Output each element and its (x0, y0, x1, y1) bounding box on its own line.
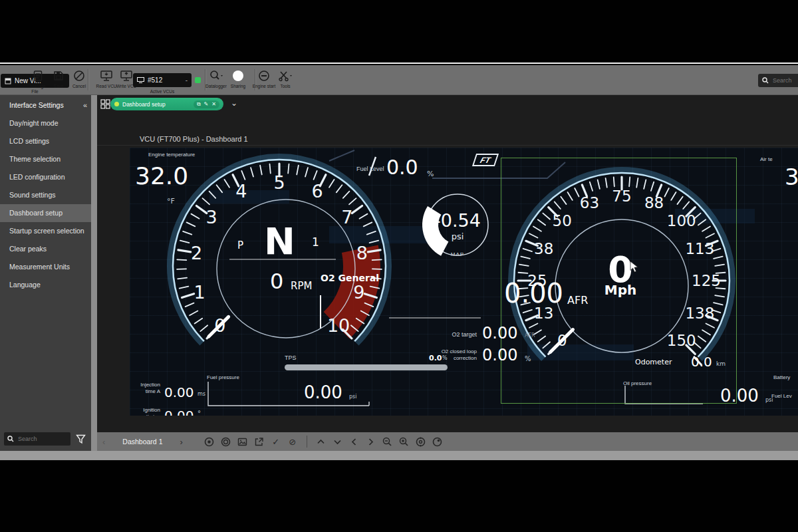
svg-text:9: 9 (353, 282, 364, 303)
vcu-status-dot (195, 77, 201, 83)
oil-pressure-value: 0.00 (720, 386, 759, 406)
rpm-value: 0 (270, 269, 283, 294)
sidebar-item-language[interactable]: Language (0, 276, 91, 294)
ignition-timing-value: 0.00 (164, 408, 194, 416)
zoom-out-icon[interactable] (382, 436, 393, 447)
monitor-upload-icon (120, 70, 133, 82)
map-unit: psi (428, 231, 487, 241)
ignition-timing-label: Ignition timing (131, 407, 160, 416)
dropdown-caret-icon: - (186, 76, 188, 84)
cancel-label: Cancel (72, 84, 86, 88)
zoom-in-icon[interactable] (399, 436, 410, 447)
sidebar-item-day-night-mode[interactable]: Day/night mode (0, 114, 91, 132)
tools-button[interactable]: Tools (271, 70, 300, 88)
tab-popout-icon[interactable]: ⧉ (197, 101, 201, 108)
tools-icon (278, 70, 293, 82)
sidebar-item-sound-settings[interactable]: Sound settings (0, 186, 91, 204)
tps-bar (285, 364, 448, 370)
odometer-unit: km (716, 360, 726, 367)
top-toolbar: New Vi... File Manage Save Cancel (0, 65, 798, 95)
engine-temp-value: 32.0 (135, 162, 188, 190)
snapshot-icon[interactable] (432, 436, 443, 447)
sidebar-header-title: Interface Settings (9, 101, 64, 109)
dashboard-preview[interactable]: 0123456789100132538506375881001131251381… (130, 148, 798, 416)
search-icon (7, 436, 14, 442)
settings-target-icon[interactable] (416, 436, 426, 447)
collapse-sidebar-icon[interactable]: « (83, 101, 86, 109)
fuel-pressure-label: Fuel pressure (207, 374, 239, 380)
sidebar-search-input[interactable] (17, 435, 63, 443)
content-divider (97, 145, 798, 146)
tab-close-icon[interactable]: ✕ (211, 101, 216, 107)
datalogger-icon (209, 70, 223, 82)
tab-edit-icon[interactable]: ✎ (204, 101, 209, 107)
sidebar-item-measurement-units[interactable]: Measurement Units (0, 258, 91, 276)
toolbar-search[interactable] (758, 74, 798, 87)
sidebar-scrollbar[interactable] (91, 95, 97, 451)
save-icon (53, 70, 65, 82)
cancel-button[interactable]: Cancel (65, 70, 94, 88)
record-icon[interactable] (204, 436, 215, 447)
discard-icon[interactable]: ⊘ (287, 436, 298, 447)
mouse-cursor (630, 261, 639, 273)
map-label: MAP (428, 251, 487, 257)
sharing-label: Sharing (231, 84, 245, 88)
svg-text:4: 4 (235, 181, 247, 201)
target-icon[interactable] (221, 436, 231, 447)
move-right-icon[interactable] (366, 436, 376, 447)
odometer-label: Odometer (635, 358, 672, 366)
tps-unit: % (442, 355, 448, 361)
active-vcus-dropdown[interactable]: #512 - (133, 73, 192, 87)
engine-temp-unit: °F (167, 197, 175, 205)
tps-value: 0.0 (429, 354, 442, 362)
svg-text:3: 3 (205, 207, 217, 227)
cancel-icon (73, 70, 85, 82)
document-icon (32, 70, 44, 82)
prev-dashboard-icon[interactable]: ‹ (102, 437, 105, 447)
filter-funnel-icon[interactable] (76, 434, 86, 444)
gear-indicator: N (264, 219, 295, 263)
tab-list-chevron-icon[interactable]: ⌄ (231, 98, 237, 108)
tps-label: TPS (285, 354, 297, 361)
ignition-timing-unit: ° (198, 410, 201, 416)
move-left-icon[interactable] (349, 436, 360, 447)
fuel-pressure-value: 0.00 (304, 382, 342, 402)
sidebar-item-lcd-settings[interactable]: LCD settings (0, 132, 91, 150)
sharing-button[interactable]: Sharing (223, 70, 253, 88)
battery-label: Battery (773, 374, 790, 380)
fuel-level-value: 0.0 (386, 156, 418, 179)
sidebar-item-startup-screen-selection[interactable]: Startup screen selection (0, 222, 91, 240)
monitor-icon (137, 77, 144, 83)
toolbar-search-input[interactable] (771, 76, 798, 84)
image-icon[interactable] (237, 436, 248, 447)
sidebar-item-dashboard-setup[interactable]: Dashboard setup (0, 204, 91, 222)
sidebar-search[interactable] (4, 432, 70, 446)
svg-text:7: 7 (341, 207, 352, 227)
gear-one: 1 (312, 235, 319, 249)
svg-text:5: 5 (273, 172, 285, 193)
next-dashboard-icon[interactable]: › (180, 437, 182, 447)
o2-target-label: O2 target (425, 331, 477, 338)
sidebar-item-clear-peaks[interactable]: Clear peaks (0, 240, 91, 258)
sidebar-item-theme-selection[interactable]: Theme selection (0, 150, 91, 168)
svg-text:6: 6 (312, 181, 323, 201)
move-up-icon[interactable] (316, 436, 327, 447)
tab-dashboard-setup[interactable]: Dashboard setup ⧉ ✎ ✕ (110, 98, 223, 110)
dashboard-grid-icon[interactable] (100, 99, 110, 109)
export-icon[interactable] (254, 436, 265, 447)
injection-time-value: 0.00 (164, 384, 194, 400)
search-icon (762, 77, 769, 84)
dashboard-nav-label: Dashboard 1 (122, 438, 162, 446)
sidebar-header: Interface Settings « (0, 95, 91, 114)
gear-park: P (237, 239, 243, 251)
fuel-level-side-label: Fuel Lev (771, 393, 792, 399)
apply-check-icon[interactable]: ✓ (271, 436, 281, 447)
sidebar-item-led-configuration[interactable]: LED configuration (0, 168, 91, 186)
injection-time-label: Injection time A (131, 382, 160, 396)
svg-text:1: 1 (194, 282, 205, 303)
move-down-icon[interactable] (332, 436, 343, 447)
svg-text:2: 2 (191, 243, 202, 263)
svg-text:8: 8 (356, 243, 368, 263)
top-letterbox (0, 0, 798, 64)
engine-temp-label: Engine temperature (148, 152, 195, 158)
